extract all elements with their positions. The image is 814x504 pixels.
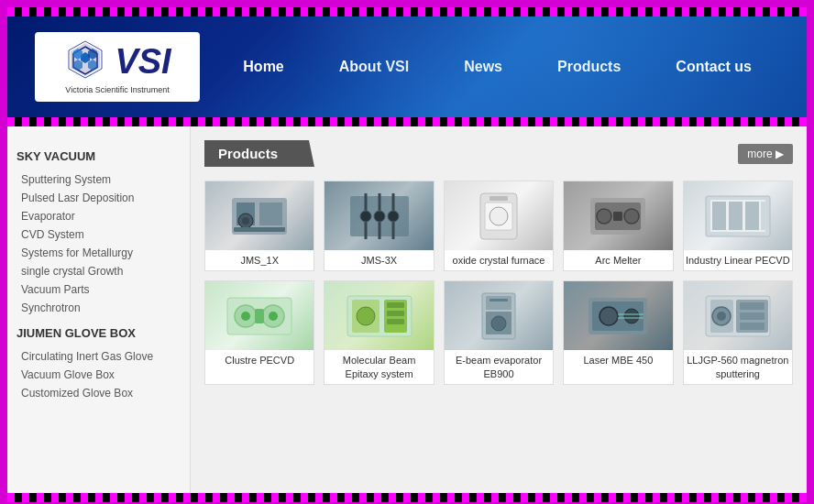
product-label-arc: Arc Melter — [564, 250, 672, 270]
svg-rect-47 — [387, 311, 404, 316]
svg-rect-29 — [613, 212, 622, 221]
sidebar-section-sky-vacuum: SKY VACUUM — [16, 149, 181, 163]
nav-contact[interactable]: Contact us — [648, 51, 779, 82]
svg-rect-67 — [740, 323, 764, 330]
svg-rect-24 — [490, 196, 508, 201]
product-laser[interactable]: Laser MBE 450 — [563, 280, 673, 385]
svg-rect-39 — [255, 309, 264, 323]
sidebar-item-circulating[interactable]: Circulating Inert Gas Glove — [16, 347, 181, 366]
header-bottom-border — [7, 117, 807, 126]
sidebar-item-pulsed[interactable]: Pulsed Lasr Deposition — [16, 189, 181, 207]
svg-rect-66 — [740, 312, 764, 320]
product-label-laser: Laser MBE 450 — [564, 350, 672, 370]
product-jms1x[interactable]: JMS_1X — [204, 181, 314, 271]
nav-products[interactable]: Products — [530, 51, 648, 82]
svg-point-57 — [624, 309, 639, 323]
svg-rect-46 — [387, 302, 404, 308]
svg-rect-13 — [234, 227, 285, 232]
bottom-decorative-border — [7, 493, 807, 502]
products-content: Products more ▶ JMS_1X — [191, 126, 807, 493]
logo-subtext: Victoria Scientific Instrument — [65, 85, 169, 94]
product-clustre[interactable]: Clustre PECVD — [204, 280, 314, 385]
svg-point-45 — [357, 307, 375, 325]
product-img-clustre — [205, 281, 314, 350]
svg-rect-53 — [490, 299, 508, 301]
svg-rect-34 — [745, 202, 759, 230]
sidebar-item-sputtering[interactable]: Sputtering System — [16, 170, 181, 189]
svg-rect-48 — [387, 319, 404, 324]
svg-rect-10 — [259, 203, 282, 225]
more-button[interactable]: more ▶ — [738, 144, 793, 164]
product-label-clustre: Clustre PECVD — [205, 350, 314, 370]
product-img-arc — [564, 181, 672, 250]
product-label-lljgp: LLJGP-560 magnetron sputtering — [684, 350, 792, 384]
product-oxide[interactable]: oxide crystal furnace — [444, 181, 554, 271]
main-nav: Home About VSI News Products Contact us — [215, 51, 779, 82]
product-img-industry — [684, 181, 792, 250]
logo-brand: VSI — [115, 44, 170, 79]
logo[interactable]: VSI Victoria Scientific Instrument — [35, 32, 200, 102]
product-img-lljgp — [684, 281, 792, 350]
svg-point-28 — [624, 209, 639, 224]
product-label-industry: Industry Linear PECVD — [684, 250, 792, 270]
product-ebeam[interactable]: E-beam evaporator EB900 — [444, 280, 554, 385]
sidebar-section-jiumen: JIUMEN GLOVE BOX — [16, 326, 181, 340]
sidebar-item-vacuum-glove[interactable]: Vacuum Glove Box — [16, 366, 181, 384]
product-img-laser — [564, 281, 672, 350]
product-img-oxide — [445, 181, 553, 250]
nav-home[interactable]: Home — [215, 51, 311, 82]
svg-point-56 — [600, 307, 618, 325]
svg-point-52 — [491, 316, 506, 331]
product-lljgp[interactable]: LLJGP-560 magnetron sputtering — [683, 280, 793, 385]
product-mbe[interactable]: Molecular Beam Epitaxy system — [324, 280, 434, 385]
product-label-oxide: oxide crystal furnace — [445, 250, 553, 270]
product-industry[interactable]: Industry Linear PECVD — [683, 181, 793, 271]
main-content: SKY VACUUM Sputtering System Pulsed Lasr… — [7, 126, 807, 493]
product-label-ebeam: E-beam evaporator EB900 — [445, 350, 553, 384]
sidebar-item-cvd[interactable]: CVD System — [16, 225, 181, 244]
product-img-jms3x — [324, 181, 433, 250]
product-img-ebeam — [445, 281, 553, 350]
nav-about[interactable]: About VSI — [312, 51, 436, 82]
header: VSI Victoria Scientific Instrument Home … — [7, 16, 807, 117]
nav-news[interactable]: News — [436, 51, 530, 82]
top-decorative-border — [7, 7, 807, 16]
svg-point-23 — [490, 207, 508, 225]
product-label-jms1x: JMS_1X — [205, 250, 314, 270]
svg-point-64 — [717, 312, 726, 321]
product-img-mbe — [324, 281, 433, 350]
svg-point-19 — [374, 211, 385, 222]
products-title: Products — [204, 140, 314, 167]
svg-rect-50 — [486, 296, 512, 310]
sidebar-item-crystal[interactable]: single crystal Growth — [16, 262, 181, 280]
svg-point-12 — [242, 217, 249, 225]
sidebar-item-synchrotron[interactable]: Synchrotron — [16, 299, 181, 317]
svg-point-27 — [597, 209, 611, 224]
product-arc[interactable]: Arc Melter — [563, 181, 673, 271]
svg-rect-65 — [740, 302, 764, 310]
svg-point-41 — [269, 312, 278, 321]
product-jms3x[interactable]: JMS-3X — [324, 181, 434, 271]
sidebar-item-vacuum-parts[interactable]: Vacuum Parts — [16, 280, 181, 299]
product-img-jms1x — [205, 181, 314, 250]
svg-point-20 — [388, 211, 399, 222]
products-header: Products more ▶ — [204, 140, 793, 167]
svg-point-18 — [360, 211, 371, 222]
sidebar: SKY VACUUM Sputtering System Pulsed Lasr… — [7, 126, 191, 493]
product-label-jms3x: JMS-3X — [324, 250, 433, 270]
product-label-mbe: Molecular Beam Epitaxy system — [324, 350, 433, 384]
sidebar-item-customized-glove[interactable]: Customized Glove Box — [16, 384, 181, 402]
svg-point-40 — [241, 312, 250, 321]
logo-icon — [63, 39, 107, 83]
products-grid: JMS_1X JMS-3X — [204, 181, 793, 385]
sidebar-item-metallurgy[interactable]: Systems for Metallurgy — [16, 244, 181, 262]
svg-rect-35 — [761, 202, 767, 230]
sidebar-item-evaporator[interactable]: Evaporator — [16, 207, 181, 225]
svg-rect-33 — [729, 202, 742, 230]
svg-rect-32 — [712, 202, 726, 230]
